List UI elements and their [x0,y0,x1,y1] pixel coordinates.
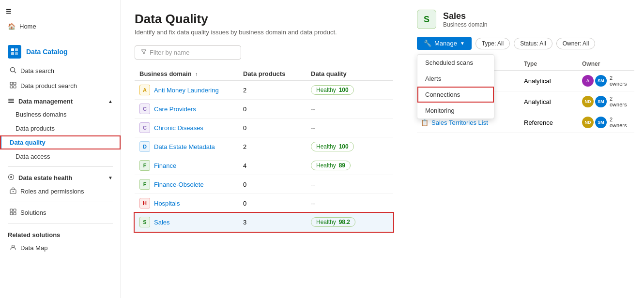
sidebar-item-data-map[interactable]: Data Map [0,240,121,255]
sidebar-item-label: Data search [20,67,54,74]
domain-name-link[interactable]: Sales [154,219,170,226]
sidebar-item-solutions[interactable]: Solutions [0,205,121,220]
dropdown-monitoring[interactable]: Monitoring [417,103,494,119]
owner-avatar: SM [595,96,607,107]
table-row[interactable]: C Chronic Diseases 0 -- [135,119,393,137]
owner-avatar: ND [582,117,594,128]
owner-avatar: SM [595,75,607,87]
table-row[interactable]: D Data Estate Metadata 2 Healthy100 [135,137,393,156]
sidebar-divider-4 [8,223,113,224]
svg-rect-20 [14,212,16,215]
dropdown-scheduled-scans[interactable]: Scheduled scans [417,55,494,71]
product-owners: ASM 2 owners [582,75,630,87]
filter-input-container[interactable]: Filter by name [135,45,241,60]
table-row[interactable]: H Hospitals 0 -- [135,194,393,213]
sidebar-item-data-product-search[interactable]: Data product search [0,78,121,93]
table-row[interactable]: C Care Providers 0 -- [135,100,393,119]
health-cell: -- [311,105,388,113]
right-panel: S Sales Business domain 🔧 Manage ▼ Sched… [407,0,644,298]
catalog-label: Data Catalog [26,48,68,56]
sidebar-section-data-management[interactable]: Data management ▲ [0,93,121,107]
svg-rect-19 [10,212,13,215]
sidebar-catalog[interactable]: Data Catalog [0,40,121,63]
svg-rect-9 [14,86,16,88]
svg-rect-8 [10,86,13,88]
product-name[interactable]: 📋 Sales Territories List [421,119,524,126]
section-label: Data estate health [18,174,72,181]
domain-badge: C [139,122,150,133]
svg-rect-0 [11,48,14,51]
table-row[interactable]: A Anti Money Laundering 2 Healthy100 [135,81,393,100]
owner-filter-chip[interactable]: Owner: All [556,38,596,49]
sidebar: ☰ 🏠 Home Data Catalog Data search Data p… [0,0,121,298]
owner-count: 2 owners [610,96,630,107]
owner-avatar: ND [582,96,594,107]
health-badge: Healthy98.2 [311,217,355,227]
chevron-up-icon: ▲ [108,99,113,104]
sidebar-item-label: Data product search [20,82,77,89]
sidebar-section-data-estate-health[interactable]: Data estate health ▼ [0,170,121,184]
sidebar-item-roles-permissions[interactable]: Roles and permissions [0,184,121,199]
type-filter-chip[interactable]: Type: All [475,38,510,49]
sort-icon[interactable]: ↑ [195,72,198,77]
domain-badge: F [139,179,150,190]
table-row[interactable]: S Sales 3 Healthy98.2 [135,213,393,232]
owner-count: 2 owners [610,117,630,128]
filter-placeholder: Filter by name [150,49,189,56]
domain-name-link[interactable]: Data Estate Metadata [154,143,215,150]
domain-name-link[interactable]: Care Providers [154,105,196,113]
sidebar-item-business-domains[interactable]: Business domains [0,107,121,121]
domain-badge: H [139,198,150,209]
health-cell: Healthy100 [311,142,388,151]
products-count: 0 [243,200,311,207]
chevron-down-icon: ▼ [108,175,113,180]
product-type: Analytical [524,98,582,105]
section-label: Data management [18,98,73,105]
products-count: 0 [243,124,311,132]
col-domain: Business domain ↑ [139,70,243,77]
panel-header: S Sales Business domain [417,10,634,29]
sidebar-divider-3 [8,202,113,202]
svg-rect-10 [8,99,14,100]
status-filter-chip[interactable]: Status: All [514,38,552,49]
hamburger-button[interactable]: ☰ [0,4,121,19]
owner-avatar: A [582,75,594,87]
search-icon [10,67,16,75]
health-badge: Healthy89 [311,161,351,170]
data-map-icon [10,244,16,252]
domain-name-link[interactable]: Hospitals [154,200,180,207]
filter-icon [141,49,147,56]
manage-button[interactable]: 🔧 Manage ▼ [417,37,472,50]
table-row[interactable]: F Finance 4 Healthy89 [135,156,393,175]
sidebar-item-data-products[interactable]: Data products [0,121,121,135]
home-icon: 🏠 [8,23,15,30]
col-products: Data products [243,70,311,77]
product-icon: 📋 [421,119,429,126]
related-solutions-label: Related solutions [0,226,121,240]
svg-point-14 [10,176,12,178]
manage-label: Manage [434,40,457,47]
sidebar-item-data-quality[interactable]: Data quality [0,135,121,149]
main-content: Data Quality Identify and fix data quali… [121,0,407,298]
domain-name-link[interactable]: Chronic Diseases [154,124,203,132]
domain-table: A Anti Money Laundering 2 Healthy100 C C… [135,81,393,232]
health-cell: Healthy89 [311,161,388,170]
domain-name-link[interactable]: Finance [154,162,176,169]
owner-avatar: SM [595,117,607,128]
dropdown-connections[interactable]: Connections [417,87,494,103]
sidebar-divider-2 [8,166,113,167]
svg-rect-12 [8,102,14,103]
table-row[interactable]: F Finance-Obsolete 0 -- [135,175,393,194]
dropdown-alerts[interactable]: Alerts [417,71,494,87]
owner-avatars: NDSM [582,117,607,128]
domain-badge: S [139,217,150,227]
products-count: 0 [243,181,311,188]
sidebar-item-home[interactable]: 🏠 Home [0,19,121,34]
domain-name-link[interactable]: Finance-Obsolete [154,181,204,188]
sidebar-item-label: Solutions [20,209,46,216]
sidebar-item-data-access[interactable]: Data access [0,149,121,164]
svg-rect-11 [8,101,14,102]
domain-name-link[interactable]: Anti Money Laundering [154,87,219,94]
sidebar-item-data-search[interactable]: Data search [0,63,121,78]
product-type: Reference [524,119,582,126]
